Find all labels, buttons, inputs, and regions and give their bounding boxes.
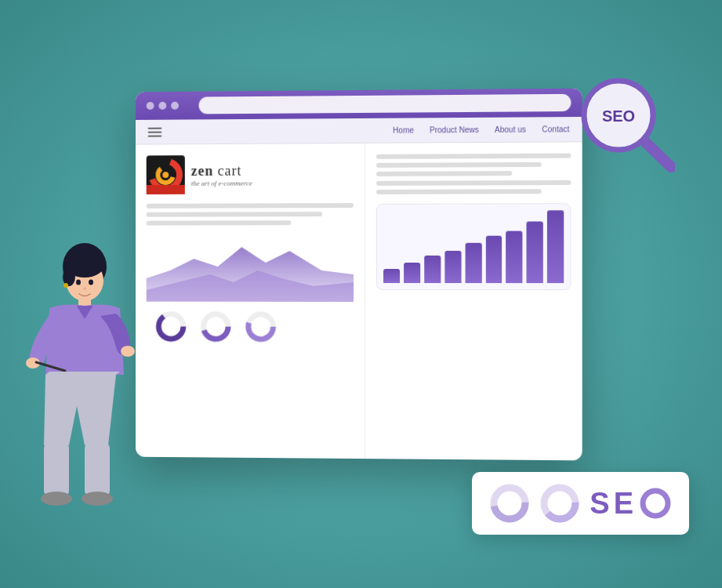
svg-rect-29 — [44, 442, 69, 497]
donut-chart-3 — [244, 310, 278, 344]
svg-point-24 — [63, 267, 75, 286]
seo-s: S — [590, 487, 611, 521]
browser-content: zen cart the art of e-commerce — [136, 142, 582, 460]
svg-point-31 — [41, 492, 72, 506]
donut-chart-1 — [154, 310, 188, 344]
seo-o-icon — [639, 487, 672, 520]
zencart-tagline: the art of e-commerce — [191, 179, 252, 187]
bar-6 — [485, 236, 502, 283]
nav-about-us[interactable]: About us — [495, 125, 526, 134]
hamburger-icon[interactable] — [148, 127, 162, 136]
content-line — [147, 203, 354, 209]
browser-titlebar — [136, 89, 582, 120]
content-line — [376, 180, 571, 186]
content-lines-right — [376, 154, 571, 194]
svg-rect-30 — [85, 442, 110, 497]
svg-point-6 — [162, 172, 169, 178]
svg-line-2 — [645, 142, 671, 167]
bar-9 — [547, 210, 564, 283]
nav-home[interactable]: Home — [393, 126, 414, 135]
content-line — [376, 162, 542, 168]
browser-right-panel — [365, 142, 582, 460]
svg-point-28 — [121, 346, 135, 357]
content-line — [147, 212, 323, 217]
browser-dot-1 — [147, 102, 154, 110]
zencart-text: zen cart the art of e-commerce — [191, 162, 252, 187]
nav-product-news[interactable]: Product News — [430, 125, 479, 134]
content-lines-left — [147, 203, 354, 226]
bar-5 — [465, 243, 481, 283]
zencart-name: zen cart — [191, 162, 252, 179]
zencart-icon — [147, 155, 185, 194]
nav-contact[interactable]: Contact — [542, 125, 569, 133]
person-illustration — [22, 218, 151, 550]
browser-addressbar — [199, 94, 571, 114]
seo-bottom-label: S E — [590, 487, 672, 521]
donut-chart-2 — [199, 310, 233, 344]
content-line — [376, 154, 571, 159]
bar-8 — [527, 221, 543, 283]
seo-donut-large-2 — [539, 483, 580, 524]
browser-left-panel: zen cart the art of e-commerce — [136, 143, 365, 459]
seo-donut-large-1 — [489, 483, 530, 524]
svg-point-36 — [63, 283, 68, 288]
svg-rect-7 — [147, 185, 185, 194]
content-line — [376, 189, 542, 194]
svg-point-34 — [89, 280, 93, 285]
bar-4 — [444, 250, 461, 283]
content-line — [147, 220, 292, 225]
content-line — [376, 171, 512, 176]
seo-magnifier-icon: SEO — [573, 74, 667, 169]
browser-dot-3 — [171, 102, 179, 110]
nav-items: Home Product News About us Contact — [393, 125, 569, 135]
browser-dot-2 — [158, 102, 166, 110]
bar-2 — [404, 263, 420, 283]
browser-window: Home Product News About us Contact — [136, 89, 582, 461]
svg-point-20 — [643, 491, 668, 516]
seo-e: E — [614, 487, 636, 521]
svg-text:SEO: SEO — [602, 107, 635, 125]
bar-7 — [506, 230, 523, 283]
svg-point-33 — [76, 280, 81, 285]
zencart-logo: zen cart the art of e-commerce — [147, 154, 354, 194]
browser-navbar: Home Product News About us Contact — [136, 117, 582, 145]
area-chart — [147, 231, 354, 302]
seo-bottom-card: S E — [472, 472, 689, 535]
svg-point-35 — [83, 288, 86, 290]
person-svg — [22, 218, 151, 547]
bar-1 — [383, 269, 400, 283]
svg-point-32 — [82, 492, 113, 506]
bar-chart — [376, 203, 571, 290]
bar-3 — [424, 256, 441, 283]
donuts-row-left — [147, 310, 354, 344]
